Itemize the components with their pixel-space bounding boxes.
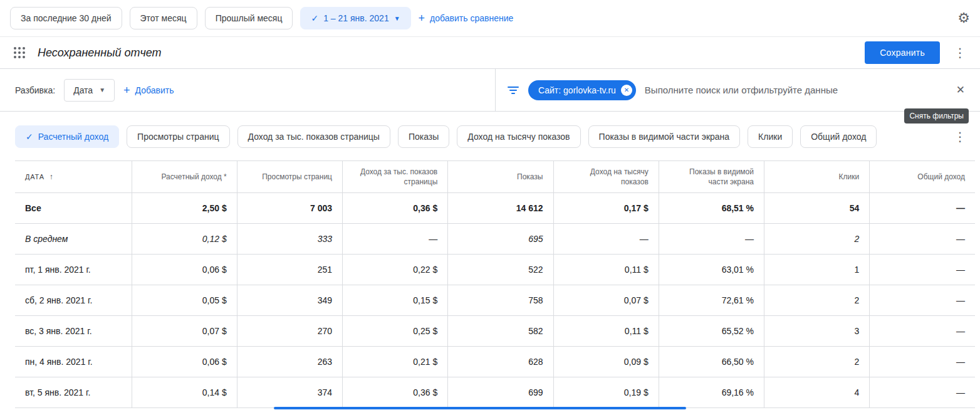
table-row: сб, 2 янв. 2021 г.0,05 $3490,15 $7580,07…: [15, 285, 975, 316]
cell-value: 66,50 %: [659, 347, 764, 377]
row-label: Все: [15, 193, 132, 224]
metrics-more-icon[interactable]: ⋮: [950, 130, 970, 143]
report-title-bar: Несохраненный отчет Сохранить ⋮: [0, 36, 980, 69]
table-row: вс, 3 янв. 2021 г.0,07 $2700,25 $5820,11…: [15, 316, 975, 347]
cell-value: 69,16 %: [659, 377, 764, 408]
add-comparison-button[interactable]: + добавить сравнение: [419, 13, 514, 24]
cell-value: 0,19 $: [553, 377, 659, 408]
table-row: пн, 4 янв. 2021 г.0,06 $2630,21 $6280,09…: [15, 347, 975, 377]
date-preset-chip[interactable]: Этот месяц: [130, 7, 197, 29]
date-preset-chip[interactable]: Прошлый месяц: [205, 7, 293, 29]
cell-value: 0,06 $: [132, 255, 237, 285]
remove-filter-icon[interactable]: ✕: [621, 85, 632, 96]
row-label: сб, 2 янв. 2021 г.: [15, 285, 132, 316]
column-header[interactable]: Доход на тысячу показов: [553, 161, 659, 193]
filter-chip-label: Сайт: gorlovka-tv.ru: [538, 85, 616, 95]
cell-value: 0,36 $: [343, 377, 448, 408]
cell-value: 695: [448, 224, 553, 255]
gear-icon[interactable]: ⚙: [957, 11, 970, 25]
cell-value: 349: [237, 285, 342, 316]
cell-value: 7 003: [237, 193, 342, 224]
add-comparison-label: добавить сравнение: [430, 13, 513, 23]
cell-value: 758: [448, 285, 553, 316]
filter-icon[interactable]: [507, 87, 519, 94]
cell-value: 3: [764, 316, 870, 347]
cell-value: 2: [764, 224, 870, 255]
metric-chip[interactable]: Показы в видимой части экрана: [588, 125, 741, 148]
metric-chip[interactable]: Общий доход: [800, 125, 877, 148]
filter-bar: Сайт: gorlovka-tv.ru ✕ ✕: [495, 69, 980, 111]
row-label: вс, 3 янв. 2021 г.: [15, 316, 132, 347]
column-header[interactable]: Просмотры страниц: [237, 161, 342, 193]
metric-chip-label: Просмотры страниц: [137, 132, 219, 142]
sort-ascending-icon: ↑: [50, 172, 53, 181]
cell-value: —: [870, 285, 975, 316]
dimension-value: Дата: [73, 85, 93, 95]
column-header[interactable]: Показы: [448, 161, 553, 193]
column-header[interactable]: Расчетный доход *: [132, 161, 237, 193]
metric-chip[interactable]: Доход на тысячу показов: [457, 125, 580, 148]
breakdown-label: Разбивка:: [15, 85, 55, 95]
date-preset-chip[interactable]: За последние 30 дней: [10, 7, 122, 29]
cell-value: 63,01 %: [659, 255, 764, 285]
metric-chip-label: Расчетный доход: [38, 132, 108, 142]
metric-chip[interactable]: ✓Расчетный доход: [15, 125, 119, 148]
apps-grid-icon[interactable]: [14, 47, 25, 58]
column-header[interactable]: Доход за тыс. показов страницы: [343, 161, 448, 193]
metric-chip[interactable]: Показы: [398, 125, 449, 148]
save-button[interactable]: Сохранить: [865, 41, 940, 64]
cell-value: 0,22 $: [343, 255, 448, 285]
cell-value: —: [553, 224, 659, 255]
page-title: Несохраненный отчет: [38, 46, 162, 60]
cell-value: 0,36 $: [343, 193, 448, 224]
cell-value: 0,17 $: [553, 193, 659, 224]
check-icon: ✓: [311, 13, 318, 23]
cell-value: 374: [237, 377, 342, 408]
cell-value: 582: [448, 316, 553, 347]
filter-chip-site[interactable]: Сайт: gorlovka-tv.ru ✕: [528, 80, 636, 100]
column-header[interactable]: Показы в видимой части экрана: [659, 161, 764, 193]
metric-chip[interactable]: Клики: [748, 125, 793, 148]
cell-value: 0,11 $: [553, 255, 659, 285]
cell-value: —: [870, 224, 975, 255]
report-table-wrap: Дата ↑ Расчетный доход *Просмотры страни…: [15, 160, 975, 408]
more-options-icon[interactable]: ⋮: [950, 46, 970, 59]
control-bar: Разбивка: Дата ▼ + Добавить Сайт: gorlov…: [0, 69, 980, 112]
cell-value: 699: [448, 377, 553, 408]
cell-value: 251: [237, 255, 342, 285]
metric-chip-label: Доход на тысячу показов: [467, 132, 570, 142]
cell-value: —: [870, 193, 975, 224]
plus-icon: +: [123, 85, 130, 96]
cell-value: 0,25 $: [343, 316, 448, 347]
plus-icon: +: [419, 13, 425, 24]
cell-value: 2: [764, 285, 870, 316]
cell-value: 0,15 $: [343, 285, 448, 316]
metric-chip[interactable]: Доход за тыс. показов страницы: [237, 125, 390, 148]
column-header[interactable]: Клики: [764, 161, 870, 193]
cell-value: —: [870, 347, 975, 377]
metric-chip-label: Общий доход: [811, 132, 866, 142]
column-header-date[interactable]: Дата ↑: [15, 161, 132, 193]
filter-search-input[interactable]: [645, 85, 944, 95]
cell-value: 4: [764, 377, 870, 408]
add-breakdown-button[interactable]: + Добавить: [123, 85, 174, 96]
breakdown-section: Разбивка: Дата ▼ + Добавить: [0, 69, 495, 111]
chevron-down-icon: ▼: [394, 15, 400, 22]
clear-filters-icon[interactable]: ✕: [952, 83, 969, 97]
metric-chip[interactable]: Просмотры страниц: [127, 125, 229, 148]
cell-value: —: [343, 224, 448, 255]
cell-value: —: [870, 316, 975, 347]
cell-value: 628: [448, 347, 553, 377]
cell-value: —: [659, 224, 764, 255]
date-range-chip[interactable]: ✓ 1 – 21 янв. 2021 ▼: [300, 7, 410, 29]
cell-value: 270: [237, 316, 342, 347]
row-label: пт, 1 янв. 2021 г.: [15, 255, 132, 285]
cell-value: 65,52 %: [659, 316, 764, 347]
date-header-label: Дата: [25, 173, 44, 181]
dimension-dropdown[interactable]: Дата ▼: [64, 79, 115, 102]
horizontal-scrollbar[interactable]: [274, 407, 686, 409]
cell-value: 0,05 $: [132, 285, 237, 316]
cell-value: 333: [237, 224, 342, 255]
adsense-report-page: За последние 30 днейЭтот месяцПрошлый ме…: [0, 0, 980, 410]
column-header[interactable]: Общий доход: [870, 161, 975, 193]
